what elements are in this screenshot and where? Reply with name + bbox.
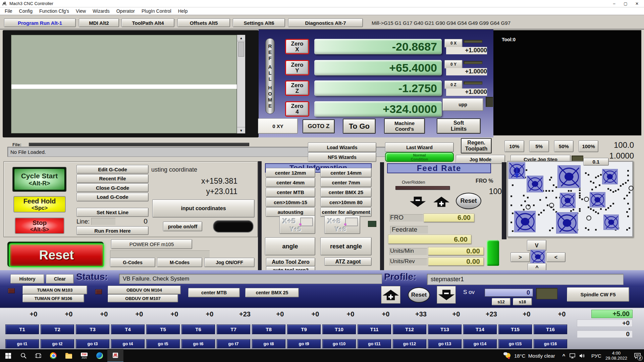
dro-axis-x[interactable]: -20.8687 [314, 39, 442, 54]
go-tool-button-go-t11[interactable]: go t11 [358, 339, 391, 348]
go-tool-button-go-t16[interactable]: go t16 [534, 339, 567, 348]
tuman-on-button[interactable]: TUMAN ON M103 [22, 286, 87, 294]
s12-button[interactable]: s12 [492, 298, 511, 305]
maximize-button[interactable]: ▢ [620, 1, 631, 6]
tray-expand-caret[interactable]: ^ [560, 353, 568, 359]
spindle-plus-button[interactable] [381, 286, 400, 304]
go-tool-button-go-t7[interactable]: go t7 [217, 339, 250, 348]
weather-icon[interactable] [501, 349, 513, 362]
chrome-icon[interactable] [46, 349, 61, 362]
tool-button-t16[interactable]: T16 [534, 324, 567, 334]
tool-info-cen-10mm-15-button[interactable]: cen>10mm-15 [266, 197, 315, 207]
minimize-button[interactable]: – [608, 1, 620, 6]
menu-item-help[interactable]: Help [175, 8, 191, 14]
tool-button-t6[interactable]: T6 [181, 324, 215, 334]
zero-small-y-button[interactable]: 0 Y [444, 60, 463, 69]
tab-settings-alt6[interactable]: Settings Alt6 [233, 18, 285, 27]
zero-small-x-button[interactable]: 0 X [444, 39, 463, 48]
clock[interactable]: 4:00 29.08.2022 [605, 351, 627, 361]
zero-y-button[interactable]: ZeroY [285, 60, 309, 75]
set-next-line-button[interactable]: Set Next Line [76, 208, 149, 217]
spindle-cw-button[interactable]: Spindle CW F5 [567, 287, 629, 302]
tool-button-t11[interactable]: T11 [358, 324, 391, 334]
jog-step-small-button[interactable]: 0.1 [583, 158, 609, 166]
file-explorer-icon[interactable] [61, 349, 76, 362]
ref-all-home-button[interactable]: REFALLHOME [265, 38, 275, 114]
jog-left-button[interactable]: > [511, 252, 530, 262]
last-wizard-button[interactable]: Last Wizard [385, 142, 454, 152]
scale-slider-x[interactable] [464, 40, 482, 43]
load-wizards-button[interactable]: Load Wizards [308, 142, 376, 152]
scroll-up-icon[interactable]: ▲ [237, 35, 245, 41]
tool-info-center-bmx-25-button[interactable]: center BMX 25 [320, 188, 372, 197]
close-g-code-button[interactable]: Close G-Code [76, 183, 149, 192]
fro-value[interactable]: 6.00 [424, 214, 474, 222]
network-icon[interactable] [568, 349, 577, 362]
spindle-reset-button[interactable]: Reset [408, 287, 430, 303]
go-tool-button-go-t10[interactable]: go t10 [322, 339, 356, 348]
tool-button-t7[interactable]: T7 [217, 324, 250, 334]
goto-z-button[interactable]: GOTO Z [303, 119, 335, 133]
feed-plus-button[interactable] [432, 196, 451, 207]
jog-right-button[interactable]: < [546, 252, 566, 262]
close-button[interactable]: ✕ [631, 1, 643, 6]
go-tool-button-go-t5[interactable]: go t5 [146, 339, 180, 348]
upp-button[interactable]: upp [442, 98, 483, 111]
feed-hold-button[interactable]: Feed Hold <Spc> [13, 196, 66, 213]
power-off-button[interactable]: POWER OFF m105 [111, 239, 192, 249]
recent-file-button[interactable]: Recent File [76, 174, 149, 183]
tool-button-t9[interactable]: T9 [287, 324, 321, 334]
probe-xy8-button[interactable]: X+8 Y+8 [324, 216, 360, 234]
scale-slider-z[interactable] [464, 81, 482, 84]
menu-item-config[interactable]: Config [16, 8, 36, 14]
menu-item-plugin-control[interactable]: PlugIn Control [138, 8, 175, 14]
zero-xy-button[interactable]: 0 XY [258, 118, 298, 134]
language-indicator[interactable]: РУС [591, 353, 601, 359]
s18-button[interactable]: s18 [513, 298, 532, 305]
spindle-minus-button[interactable] [437, 286, 456, 304]
run-from-here-button[interactable]: Run From Here [76, 226, 149, 235]
g-codes-button[interactable]: G-Codes [110, 258, 155, 267]
tab-mdi-alt2[interactable]: MDI Alt2 [79, 18, 119, 27]
go-tool-button-go-t1[interactable]: go t1 [5, 339, 39, 348]
scroll-thumb[interactable] [238, 42, 244, 57]
regen-toolpath-button[interactable]: Regen.Toolpath [461, 138, 492, 154]
scale-slider-y[interactable] [464, 61, 482, 64]
tool-button-t14[interactable]: T14 [463, 324, 497, 334]
tool-button-t3[interactable]: T3 [76, 324, 109, 334]
go-tool-button-go-t15[interactable]: go t15 [498, 339, 532, 348]
tab-diagnostics-alt-7[interactable]: Diagnostics Alt-7 [288, 18, 363, 27]
tool-button-t2[interactable]: T2 [41, 324, 74, 334]
edit-g-code-button[interactable]: Edit G-Code [76, 165, 149, 174]
tool-button-t13[interactable]: T13 [428, 324, 462, 334]
jog-percent-10-button[interactable]: 10% [504, 140, 524, 152]
jog-percent-5-button[interactable]: 5% [529, 140, 549, 152]
load-g-code-button[interactable]: Load G-Code [76, 193, 149, 201]
go-tool-button-go-t6[interactable]: go t6 [181, 339, 215, 348]
cycle-start-button[interactable]: Cycle Start <Alt-R> [12, 167, 66, 192]
tool-button-t15[interactable]: T15 [498, 324, 532, 334]
reset-button[interactable]: Reset [7, 242, 104, 267]
tool-button-t8[interactable]: T8 [252, 324, 285, 334]
feed-minus-button[interactable] [409, 196, 427, 207]
machine-coords-button[interactable]: MachineCoord's [384, 118, 425, 134]
solidworks-icon[interactable]: SW 2020 [76, 349, 92, 362]
zero-4-button[interactable]: Zero4 [285, 101, 309, 117]
jog-up-button[interactable]: V [527, 240, 546, 251]
soft-limits-button[interactable]: SoftLimits [437, 118, 481, 134]
obduv-on-button[interactable]: OBDUV ON M104 [108, 286, 181, 294]
auto-tool-zero-button[interactable]: Auto Tool Zero [266, 258, 315, 266]
mach3-taskbar-icon[interactable] [107, 349, 123, 362]
tuman-off-button[interactable]: TUMAN OFF M106 [22, 294, 84, 302]
tool-button-t10[interactable]: T10 [322, 324, 356, 334]
edge-icon[interactable] [92, 349, 107, 362]
tool-info-center-14mm-button[interactable]: center 14mm [320, 168, 372, 177]
toolpath-mini-panel[interactable] [507, 161, 633, 237]
history-button[interactable]: History [10, 274, 44, 284]
menu-item-file[interactable]: File [1, 8, 16, 14]
tool-button-t12[interactable]: T12 [393, 324, 426, 334]
zero-small-z-button[interactable]: 0 Z [444, 80, 463, 89]
go-tool-button-go-t13[interactable]: go t13 [428, 339, 462, 348]
dro-axis-y[interactable]: +65.4000 [314, 60, 442, 75]
input-coordinates-button[interactable]: input coordinates [152, 199, 255, 218]
